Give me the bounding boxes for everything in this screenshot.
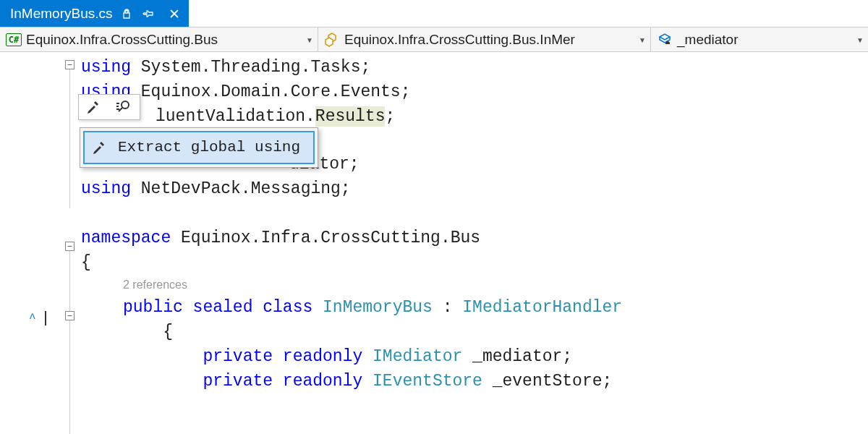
tab-bar: InMemoryBus.cs [0,0,868,27]
code-line[interactable]: using NetDevPack.Messaging; [0,176,868,201]
document-tab[interactable]: InMemoryBus.cs [0,0,189,27]
code-line[interactable]: namespace Equinox.Infra.CrossCutting.Bus [0,226,868,250]
namespace-dropdown[interactable]: C# Equinox.Infra.CrossCutting.Bus ▼ [0,27,318,51]
fold-toggle[interactable]: − [65,242,75,251]
member-dropdown[interactable]: _mediator ▼ [651,27,868,51]
svg-point-0 [122,101,129,109]
caret-marker [45,311,46,326]
field-icon [657,33,673,47]
fold-toggle[interactable]: − [65,60,75,69]
blank-line[interactable] [0,201,868,226]
change-indicator: ^ [29,307,36,331]
outline-line [69,69,70,208]
hammer-icon [92,140,108,156]
member-label: _mediator [677,32,739,48]
lock-icon [119,7,134,21]
class-label: Equinox.Infra.CrossCutting.Bus.InMer [344,32,575,48]
quick-actions-bulb[interactable] [78,94,140,120]
pin-icon[interactable] [141,7,156,21]
quick-actions-menu: Extract global using [80,127,318,168]
namespace-label: Equinox.Infra.CrossCutting.Bus [26,32,218,48]
find-icon [115,99,132,115]
fold-toggle[interactable]: − [65,311,75,320]
close-icon[interactable] [167,7,182,21]
class-icon [324,33,340,47]
code-line[interactable]: public sealed class InMemoryBus : IMedia… [0,295,868,320]
class-dropdown[interactable]: Equinox.Infra.CrossCutting.Bus.InMer ▼ [318,27,651,51]
chevron-down-icon: ▼ [306,35,313,43]
code-line[interactable]: { [0,320,868,344]
outline-line [69,251,70,434]
codelens-references[interactable]: 2 references [0,275,868,295]
code-line[interactable]: using System.Threading.Tasks; [0,55,868,80]
navigation-bar: C# Equinox.Infra.CrossCutting.Bus ▼ Equi… [0,27,868,52]
extract-global-using-action[interactable]: Extract global using [83,131,315,164]
code-line[interactable]: private readonly IEventStore _eventStore… [0,369,868,393]
action-label: Extract global using [118,135,300,160]
code-line[interactable]: { [0,250,868,275]
csharp-icon: C# [6,33,22,46]
chevron-down-icon: ▼ [856,35,864,43]
code-editor[interactable]: − − − ^ using System.Threading.Tasks; us… [0,52,868,393]
tab-title: InMemoryBus.cs [10,6,112,22]
code-line[interactable]: private readonly IMediator _mediator; [0,344,868,369]
hammer-icon [86,99,102,115]
chevron-down-icon: ▼ [639,35,646,43]
